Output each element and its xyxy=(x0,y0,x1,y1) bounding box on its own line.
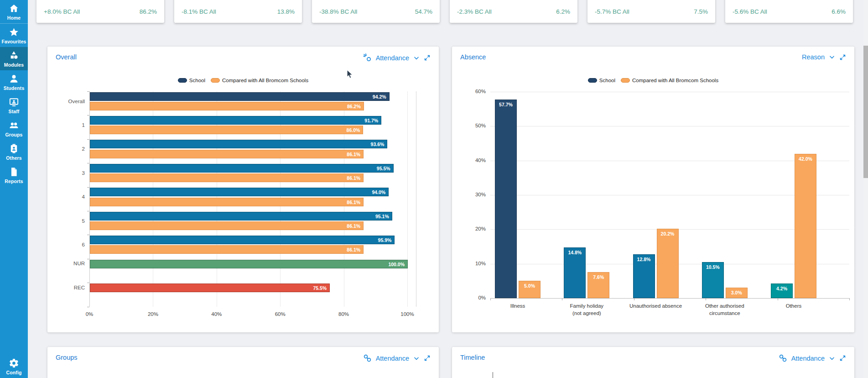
absence-panel-title: Absence xyxy=(460,53,486,61)
sidebar-item-favourites[interactable]: Favourites xyxy=(0,24,28,47)
category-label-REC: REC xyxy=(47,285,85,290)
bar-value-label: 94.0% xyxy=(372,189,385,195)
absence-bar-chart: 0%10%20%30%40%50%60%57.7%5.0%Illness14.8… xyxy=(452,85,854,327)
y-tick-label: 0% xyxy=(452,295,486,300)
category-label-Overall: Overall xyxy=(47,99,85,104)
bar-school-3[interactable]: 95.5% xyxy=(90,164,394,173)
student-icon xyxy=(9,74,19,84)
category-label-3: 3 xyxy=(47,170,85,176)
category-label: Others xyxy=(757,303,830,310)
sidebar-item-others[interactable]: Others xyxy=(0,140,28,163)
bar-school-Unauthorised absence[interactable]: 12.8% xyxy=(633,254,655,298)
bar-compared-1[interactable]: 86.0% xyxy=(90,126,363,134)
chevron-down-icon[interactable] xyxy=(413,55,420,61)
expand-icon[interactable] xyxy=(424,54,431,61)
bar-compared-6[interactable]: 86.1% xyxy=(90,245,364,254)
bar-compared-Others[interactable]: 42.0% xyxy=(795,154,816,298)
expand-icon[interactable] xyxy=(839,54,846,61)
card-delta: +8.0% BC All xyxy=(44,8,80,15)
chevron-down-icon[interactable] xyxy=(829,355,835,362)
sidebar-item-modules[interactable]: Modules xyxy=(0,47,28,70)
summary-card-2[interactable]: -8.1% BC All13.8% xyxy=(174,0,302,23)
bar-school-6[interactable]: 95.9% xyxy=(90,236,395,244)
gear-icon xyxy=(9,358,19,368)
legend-swatch-school xyxy=(178,78,187,83)
bar-compared-2[interactable]: 86.1% xyxy=(90,150,364,158)
id-badge-icon xyxy=(9,143,19,154)
timeline-panel-title: Timeline xyxy=(460,354,485,361)
bar-compared-5[interactable]: 86.1% xyxy=(90,221,364,230)
scrollbar-thumb[interactable] xyxy=(863,46,868,178)
bar-school-4[interactable]: 94.0% xyxy=(90,188,389,196)
bar-compared-Overall[interactable]: 86.2% xyxy=(90,102,364,110)
people-icon xyxy=(9,120,19,131)
summary-card-5[interactable]: -5.7% BC All7.5% xyxy=(587,0,715,23)
summary-card-4[interactable]: -2.3% BC All6.2% xyxy=(450,0,577,23)
card-delta: -5.7% BC All xyxy=(595,8,629,15)
bar-school-Illness[interactable]: 57.7% xyxy=(495,100,517,298)
bar-school-Others[interactable]: 4.2% xyxy=(771,284,793,298)
bar-school-2[interactable]: 93.6% xyxy=(90,140,387,148)
bar-compared-Unauthorised absence[interactable]: 20.2% xyxy=(657,229,679,298)
sidebar-item-students[interactable]: Students xyxy=(0,70,28,94)
legend-swatch-compared xyxy=(211,78,220,83)
bar-compared-3[interactable]: 86.1% xyxy=(90,173,364,182)
bar-value-label: 4.2% xyxy=(771,286,792,291)
groups-metric-selector[interactable]: Attendance xyxy=(376,355,409,362)
timeline-panel: Timeline Attendance xyxy=(452,347,854,378)
sidebar-item-label: Reports xyxy=(5,178,23,184)
bar-school-REC[interactable]: 75.5% xyxy=(90,284,330,292)
expand-icon[interactable] xyxy=(424,355,431,362)
y-tick-label: 10% xyxy=(452,261,486,266)
bar-school-1[interactable]: 91.7% xyxy=(90,116,381,125)
link-icon[interactable] xyxy=(779,354,787,362)
card-delta: -5.6% BC All xyxy=(733,8,767,15)
bar-school-Overall[interactable]: 94.2% xyxy=(90,92,390,101)
summary-card-1[interactable]: +8.0% BC All86.2% xyxy=(36,0,164,23)
bar-compared-Other authorised[interactable]: 3.0% xyxy=(726,288,748,298)
overall-bar-chart: 94.2%86.2%Overall91.7%86.0%193.6%86.1%29… xyxy=(47,91,439,324)
legend-swatch-school xyxy=(588,78,597,83)
x-axis-tick xyxy=(562,298,562,300)
bar-value-label: 12.8% xyxy=(634,257,655,262)
sidebar-item-reports[interactable]: Reports xyxy=(0,163,28,187)
overall-panel-header: Overall Attendance xyxy=(47,47,439,68)
bar-value-label: 86.1% xyxy=(347,223,360,229)
bar-compared-4[interactable]: 86.1% xyxy=(90,198,364,206)
summary-card-3[interactable]: -38.8% BC All54.7% xyxy=(312,0,440,23)
timeline-panel-header: Timeline Attendance xyxy=(452,347,854,368)
y-axis-tick xyxy=(87,91,89,92)
bar-school-NUR[interactable]: 100.0% xyxy=(90,260,408,268)
card-delta: -2.3% BC All xyxy=(457,8,492,15)
sidebar-item-groups[interactable]: Groups xyxy=(0,117,28,140)
bar-compared-Family holiday[interactable]: 7.6% xyxy=(587,272,609,298)
chevron-down-icon[interactable] xyxy=(829,54,835,60)
link-icon[interactable] xyxy=(363,354,372,362)
sidebar-item-staff[interactable]: Staff xyxy=(0,94,28,117)
y-axis-tick xyxy=(87,307,89,307)
scrollbar-track[interactable] xyxy=(863,0,868,378)
bar-value-label: 86.1% xyxy=(347,175,360,181)
gridline xyxy=(407,91,408,307)
bar-value-label: 75.5% xyxy=(313,285,327,291)
absence-metric-selector[interactable]: Reason xyxy=(802,53,825,61)
x-axis-tick xyxy=(849,298,850,300)
bar-value-label: 86.1% xyxy=(347,200,360,205)
overall-metric-selector[interactable]: Attendance xyxy=(376,54,409,62)
bar-value-label: 95.5% xyxy=(377,166,390,171)
bar-school-Family holiday[interactable]: 14.8% xyxy=(564,247,586,299)
legend-swatch-compared xyxy=(621,78,630,83)
bar-school-Other authorised[interactable]: 10.5% xyxy=(702,262,724,298)
x-axis-line xyxy=(490,298,849,299)
summary-card-6[interactable]: -5.6% BC All6.6% xyxy=(725,0,853,23)
y-axis-tick xyxy=(87,187,89,188)
expand-icon[interactable] xyxy=(839,355,846,362)
x-axis-tick xyxy=(706,298,706,300)
bar-compared-Illness[interactable]: 5.0% xyxy=(519,281,541,298)
chevron-down-icon[interactable] xyxy=(413,355,420,362)
sidebar-item-home[interactable]: Home xyxy=(0,0,28,24)
unlink-icon[interactable] xyxy=(363,53,372,62)
sidebar-item-config[interactable]: Config xyxy=(0,355,28,378)
timeline-metric-selector[interactable]: Attendance xyxy=(791,355,825,362)
bar-school-5[interactable]: 95.1% xyxy=(90,212,392,220)
